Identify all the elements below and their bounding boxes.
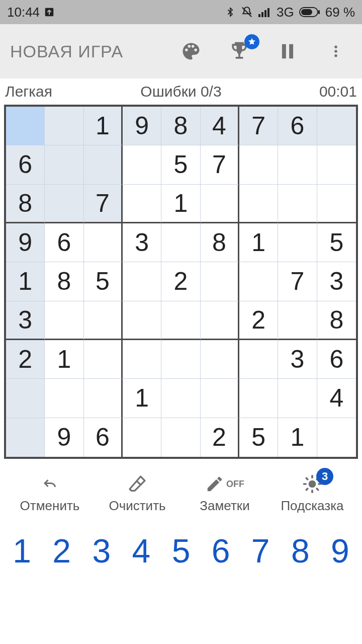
numpad-2[interactable]: 2 <box>42 532 81 570</box>
sudoku-cell[interactable] <box>201 340 239 379</box>
sudoku-cell[interactable] <box>6 418 45 457</box>
sudoku-cell[interactable] <box>278 301 317 340</box>
sudoku-cell[interactable]: 2 <box>161 262 200 301</box>
numpad-3[interactable]: 3 <box>81 532 121 570</box>
sudoku-cell[interactable] <box>84 223 123 262</box>
sudoku-cell[interactable]: 7 <box>84 185 123 223</box>
numpad-4[interactable]: 4 <box>121 532 161 570</box>
sudoku-cell[interactable]: 5 <box>161 145 200 184</box>
sudoku-cell[interactable]: 6 <box>45 223 83 262</box>
numpad-6[interactable]: 6 <box>201 532 241 570</box>
sudoku-cell[interactable]: 9 <box>6 223 45 262</box>
achievements-button[interactable] <box>226 40 252 62</box>
sudoku-cell[interactable] <box>123 262 161 301</box>
sudoku-cell[interactable] <box>123 418 161 457</box>
sudoku-cell[interactable]: 6 <box>84 418 123 457</box>
sudoku-cell[interactable] <box>123 301 161 340</box>
sudoku-cell[interactable]: 4 <box>317 379 356 418</box>
sudoku-cell[interactable]: 9 <box>45 418 83 457</box>
sudoku-cell[interactable]: 8 <box>317 301 356 340</box>
sudoku-cell[interactable] <box>239 340 278 379</box>
sudoku-cell[interactable] <box>84 301 123 340</box>
sudoku-cell[interactable]: 1 <box>161 185 200 223</box>
sudoku-cell[interactable] <box>84 145 123 184</box>
sudoku-cell[interactable]: 8 <box>201 223 239 262</box>
sudoku-cell[interactable] <box>278 223 317 262</box>
sudoku-cell[interactable] <box>317 418 356 457</box>
sudoku-cell[interactable] <box>201 262 239 301</box>
sudoku-cell[interactable] <box>161 223 200 262</box>
sudoku-cell[interactable]: 1 <box>45 340 83 379</box>
sudoku-cell[interactable] <box>123 145 161 184</box>
sudoku-cell[interactable]: 5 <box>317 223 356 262</box>
sudoku-cell[interactable]: 2 <box>201 418 239 457</box>
sudoku-cell[interactable] <box>239 262 278 301</box>
sudoku-cell[interactable]: 2 <box>239 301 278 340</box>
new-game-button[interactable]: НОВАЯ ИГРА <box>10 42 178 61</box>
sudoku-cell[interactable] <box>45 379 83 418</box>
sudoku-cell[interactable] <box>45 145 83 184</box>
sudoku-cell[interactable] <box>201 379 239 418</box>
sudoku-cell[interactable] <box>317 145 356 184</box>
sudoku-cell[interactable] <box>6 379 45 418</box>
sudoku-cell[interactable] <box>45 107 83 145</box>
sudoku-cell[interactable]: 7 <box>201 145 239 184</box>
numpad-9[interactable]: 9 <box>320 532 360 570</box>
sudoku-cell[interactable]: 3 <box>317 262 356 301</box>
sudoku-cell[interactable]: 2 <box>6 340 45 379</box>
sudoku-cell[interactable] <box>317 107 356 145</box>
sudoku-cell[interactable] <box>161 340 200 379</box>
sudoku-cell[interactable]: 1 <box>239 223 278 262</box>
sudoku-cell[interactable] <box>45 301 83 340</box>
sudoku-cell[interactable] <box>201 301 239 340</box>
numpad-8[interactable]: 8 <box>281 532 320 570</box>
sudoku-cell[interactable] <box>161 301 200 340</box>
sudoku-cell[interactable] <box>201 185 239 223</box>
numpad-7[interactable]: 7 <box>241 532 281 570</box>
sudoku-cell[interactable]: 7 <box>278 262 317 301</box>
sudoku-cell[interactable]: 6 <box>6 145 45 184</box>
sudoku-cell[interactable]: 8 <box>161 107 200 145</box>
sudoku-cell[interactable] <box>278 379 317 418</box>
theme-button[interactable] <box>178 40 204 62</box>
sudoku-cell[interactable]: 7 <box>239 107 278 145</box>
sudoku-cell[interactable]: 6 <box>317 340 356 379</box>
erase-button[interactable]: Очистить <box>94 473 181 514</box>
sudoku-cell[interactable]: 8 <box>6 185 45 223</box>
sudoku-cell[interactable] <box>161 418 200 457</box>
sudoku-cell[interactable] <box>317 185 356 223</box>
sudoku-cell[interactable] <box>45 185 83 223</box>
sudoku-cell[interactable] <box>123 340 161 379</box>
sudoku-cell[interactable] <box>84 340 123 379</box>
sudoku-cell[interactable] <box>161 379 200 418</box>
numpad-1[interactable]: 1 <box>2 532 42 570</box>
sudoku-cell[interactable]: 1 <box>123 379 161 418</box>
svg-rect-9 <box>289 44 293 59</box>
sudoku-cell[interactable]: 1 <box>84 107 123 145</box>
notes-button[interactable]: OFF Заметки <box>181 473 268 514</box>
overflow-menu-button[interactable] <box>323 40 349 62</box>
sudoku-cell[interactable] <box>239 185 278 223</box>
sudoku-cell[interactable]: 9 <box>123 107 161 145</box>
sudoku-cell[interactable] <box>239 145 278 184</box>
sudoku-cell[interactable]: 6 <box>278 107 317 145</box>
sudoku-cell[interactable] <box>278 145 317 184</box>
sudoku-cell[interactable]: 3 <box>6 301 45 340</box>
sudoku-cell[interactable] <box>123 185 161 223</box>
sudoku-cell[interactable] <box>278 185 317 223</box>
sudoku-cell[interactable]: 3 <box>123 223 161 262</box>
sudoku-cell[interactable]: 8 <box>45 262 83 301</box>
sudoku-cell[interactable] <box>84 379 123 418</box>
hint-button[interactable]: 3 Подсказка <box>268 473 356 514</box>
sudoku-cell[interactable]: 5 <box>84 262 123 301</box>
numpad-5[interactable]: 5 <box>161 532 201 570</box>
undo-button[interactable]: Отменить <box>6 473 94 514</box>
sudoku-cell[interactable] <box>6 107 45 145</box>
sudoku-cell[interactable]: 1 <box>278 418 317 457</box>
pause-button[interactable] <box>275 40 301 62</box>
sudoku-cell[interactable] <box>239 379 278 418</box>
sudoku-cell[interactable]: 1 <box>6 262 45 301</box>
sudoku-cell[interactable]: 3 <box>278 340 317 379</box>
sudoku-cell[interactable]: 5 <box>239 418 278 457</box>
sudoku-cell[interactable]: 4 <box>201 107 239 145</box>
